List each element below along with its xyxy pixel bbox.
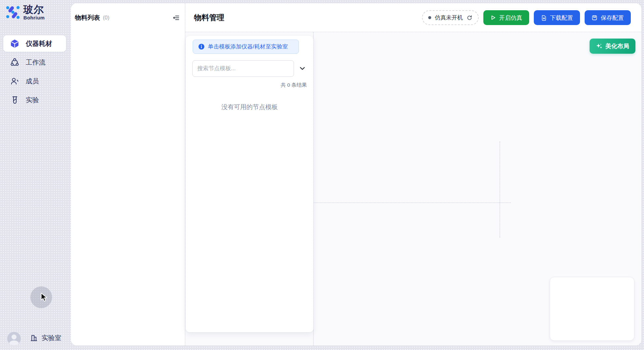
minimap[interactable] (550, 277, 634, 341)
brand-name-en: Bohrium (23, 15, 45, 20)
canvas-guide-horizontal (313, 202, 511, 203)
topbar-actions: 仿真未开机 开启仿真 (422, 10, 631, 25)
lab-link[interactable]: 实验室 (30, 334, 61, 342)
sidebar-nav: 仪器耗材 工作流 成员 (3, 35, 66, 110)
avatar[interactable] (7, 332, 21, 345)
workflow-icon (10, 58, 19, 67)
sidebar-item-instruments[interactable]: 仪器耗材 (3, 35, 66, 52)
beautify-layout-label: 美化布局 (605, 42, 629, 50)
main-panel: 物料列表 (0) 物料管理 仿真未开机 (71, 3, 641, 345)
lab-label: 实验室 (42, 334, 61, 342)
app-root: 玻尔 Bohrium 仪器耗材 工作流 (0, 0, 644, 350)
refresh-icon[interactable] (467, 15, 472, 21)
materials-list-count: (0) (103, 15, 110, 21)
sidebar-item-label: 实验 (26, 96, 39, 104)
template-hint-banner: 单击模板添加仪器/耗材至实验室 (193, 40, 299, 54)
sidebar-item-experiments[interactable]: 实验 (3, 92, 66, 108)
status-dot (428, 16, 431, 19)
template-hint-text: 单击模板添加仪器/耗材至实验室 (208, 43, 288, 50)
save-config-label: 保存配置 (601, 14, 624, 22)
node-template-panel: 单击模板添加仪器/耗材至实验室 共 0 条结果 没有可用的节点模板 (186, 36, 313, 332)
status-label: 仿真未开机 (435, 14, 463, 21)
start-simulation-button[interactable]: 开启仿真 (483, 10, 529, 25)
sidebar-footer: 实验室 (0, 327, 71, 350)
flow-canvas[interactable]: 单击模板添加仪器/耗材至实验室 共 0 条结果 没有可用的节点模板 (185, 32, 641, 345)
start-simulation-label: 开启仿真 (499, 14, 522, 22)
cube-icon (10, 39, 19, 48)
save-config-button[interactable]: 保存配置 (585, 10, 631, 25)
chevron-down-icon (300, 67, 305, 70)
materials-list-panel: 物料列表 (0) (71, 3, 185, 345)
save-icon (592, 15, 597, 21)
materials-list-header: 物料列表 (0) (75, 14, 180, 22)
results-count: 共 0 条结果 (281, 82, 307, 89)
sidebar-item-members[interactable]: 成员 (3, 73, 66, 89)
building-icon (30, 334, 38, 342)
brand-logo: 玻尔 Bohrium (5, 4, 45, 20)
members-icon (10, 77, 19, 86)
sidebar-item-workflow[interactable]: 工作流 (3, 54, 66, 71)
search-node-template-input[interactable] (192, 60, 294, 77)
mouse-cursor-icon (41, 293, 48, 302)
download-config-button[interactable]: 下载配置 (534, 10, 580, 25)
sidebar-item-label: 工作流 (26, 58, 46, 67)
play-icon (490, 15, 496, 20)
expand-filter-button[interactable] (298, 64, 306, 73)
file-download-icon (541, 15, 547, 21)
beautify-layout-button[interactable]: 美化布局 (590, 39, 635, 54)
topbar: 物料管理 仿真未开机 开启仿真 (185, 3, 641, 32)
info-icon (198, 44, 205, 50)
page-title: 物料管理 (194, 13, 224, 23)
sidebar-item-label: 仪器耗材 (26, 39, 52, 48)
empty-state-text: 没有可用的节点模板 (186, 103, 313, 111)
content-area: 物料管理 仿真未开机 开启仿真 (185, 3, 641, 345)
brand-logo-icon (5, 5, 20, 20)
materials-list-title: 物料列表 (75, 14, 100, 22)
brand-name-zh: 玻尔 (23, 4, 45, 15)
simulation-status-pill[interactable]: 仿真未开机 (422, 10, 479, 25)
collapse-panel-icon (173, 14, 180, 21)
sparkles-icon (596, 43, 602, 49)
collapse-panel-button[interactable] (172, 14, 180, 22)
canvas-guide-vertical-2 (499, 141, 500, 238)
test-tube-icon (10, 96, 19, 104)
download-config-label: 下载配置 (550, 14, 573, 22)
sidebar-item-label: 成员 (26, 77, 39, 86)
